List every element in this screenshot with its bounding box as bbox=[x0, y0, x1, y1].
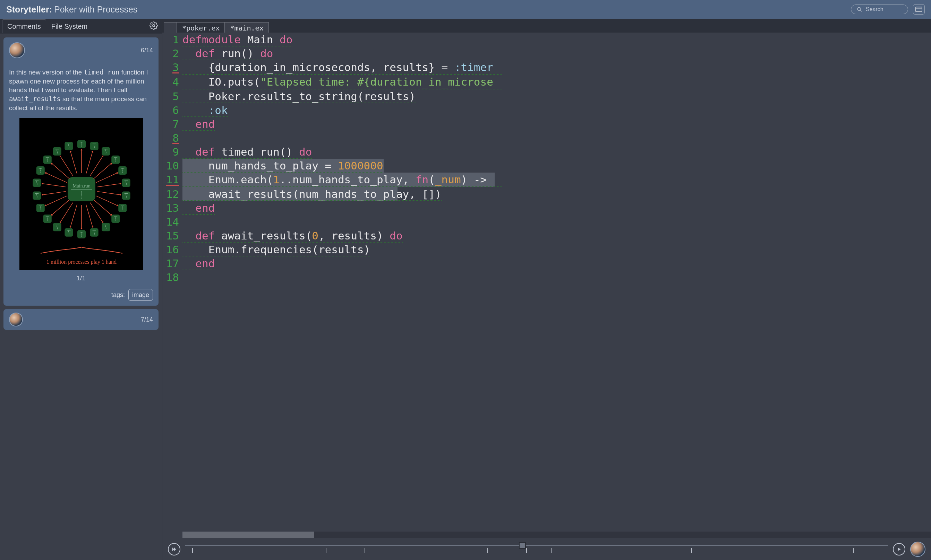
line-number: 6 bbox=[162, 103, 182, 117]
comment-body: In this new version of the timed_run fun… bbox=[9, 68, 153, 112]
code-line: 9 def timed_run() do bbox=[162, 145, 931, 159]
line-number: 7 bbox=[162, 117, 182, 131]
skip-forward-button[interactable] bbox=[168, 543, 181, 555]
timeline-handle[interactable] bbox=[519, 542, 526, 549]
svg-line-28 bbox=[96, 196, 117, 205]
svg-line-22 bbox=[97, 184, 120, 187]
timeline-slider[interactable] bbox=[185, 542, 888, 556]
app-header: Storyteller: Poker with Processes Search bbox=[0, 0, 931, 19]
line-number: 9 bbox=[162, 145, 182, 159]
svg-line-55 bbox=[43, 192, 66, 195]
code-line: 2 def run() do bbox=[162, 46, 931, 60]
line-number: 11 bbox=[162, 172, 182, 187]
line-number: 16 bbox=[162, 243, 182, 257]
svg-line-61 bbox=[46, 173, 67, 183]
playback-bar bbox=[162, 538, 931, 560]
svg-line-43 bbox=[70, 205, 77, 226]
line-number: 1 bbox=[162, 32, 182, 46]
panel-icon bbox=[916, 6, 922, 12]
svg-marker-74 bbox=[174, 547, 176, 551]
comment-counter: 7/14 bbox=[141, 316, 153, 323]
code-line: 18 bbox=[162, 270, 931, 284]
comments-panel: Comments File System 6/14 In this new ve… bbox=[0, 19, 162, 560]
horizontal-scrollbar[interactable] bbox=[182, 532, 931, 538]
svg-line-1 bbox=[860, 10, 862, 11]
diagram-center-label: Main.run bbox=[73, 183, 91, 189]
search-input[interactable]: Search bbox=[851, 5, 908, 14]
svg-marker-23 bbox=[120, 183, 121, 185]
svg-line-19 bbox=[96, 173, 117, 183]
diagram-caption: 1 million processes play 1 hand bbox=[46, 259, 116, 265]
gear-icon bbox=[150, 22, 158, 30]
line-number: 13 bbox=[162, 201, 182, 215]
editor-panel: *poker.ex *main.ex 1defmodule Main do2 d… bbox=[162, 19, 931, 560]
line-number: 3 bbox=[162, 60, 182, 75]
code-line: 8 bbox=[162, 131, 931, 145]
line-number: 12 bbox=[162, 187, 182, 201]
code-line: 7 end bbox=[162, 117, 931, 131]
svg-marker-73 bbox=[172, 547, 174, 551]
line-number: 8 bbox=[162, 131, 182, 145]
code-line: 6 :ok bbox=[162, 103, 931, 117]
tag-chip[interactable]: image bbox=[128, 289, 153, 301]
svg-point-0 bbox=[857, 7, 861, 11]
code-line: 11 Enum.each(1..num_hands_to_play, fn(_n… bbox=[162, 172, 931, 187]
file-tab-main[interactable]: *main.ex bbox=[225, 22, 269, 32]
author-avatar bbox=[9, 312, 23, 326]
image-counter: 1/1 bbox=[76, 274, 85, 283]
code-line: 16 Enum.frequencies(results) bbox=[162, 243, 931, 257]
svg-marker-26 bbox=[120, 194, 121, 196]
code-line: 15 def await_results(0, results) do bbox=[162, 229, 931, 243]
code-editor[interactable]: 1defmodule Main do2 def run() do3 {durat… bbox=[162, 32, 931, 538]
code-line: 12 await_results(num_hands_to_play, []) bbox=[162, 187, 931, 201]
code-line: 5 Poker.results_to_string(results) bbox=[162, 89, 931, 103]
line-number: 2 bbox=[162, 46, 182, 60]
scrollbar-thumb[interactable] bbox=[182, 532, 314, 538]
code-line: 14 bbox=[162, 215, 931, 229]
panel-toggle-button[interactable] bbox=[913, 4, 925, 15]
file-tab-poker[interactable]: *poker.ex bbox=[177, 22, 225, 32]
timeline-tick bbox=[192, 548, 193, 553]
timeline-tick bbox=[691, 548, 692, 553]
line-number: 14 bbox=[162, 215, 182, 229]
search-placeholder: Search bbox=[866, 6, 883, 12]
line-number: 10 bbox=[162, 159, 182, 172]
play-button[interactable] bbox=[893, 543, 905, 555]
line-number: 18 bbox=[162, 270, 182, 284]
svg-rect-5 bbox=[68, 177, 96, 202]
author-avatar bbox=[910, 542, 925, 557]
code-line: 10 num_hands_to_play = 1000000 bbox=[162, 159, 931, 172]
svg-line-37 bbox=[86, 205, 92, 226]
svg-line-58 bbox=[43, 184, 66, 187]
svg-line-10 bbox=[86, 152, 92, 174]
line-number: 15 bbox=[162, 229, 182, 243]
code-line: 3 {duration_in_microseconds, results} = … bbox=[162, 60, 931, 75]
comments-scroll[interactable]: 6/14 In this new version of the timed_ru… bbox=[0, 34, 162, 560]
code-line: 17 end bbox=[162, 257, 931, 270]
svg-line-70 bbox=[70, 152, 77, 174]
project-title: Poker with Processes bbox=[54, 5, 137, 15]
timeline-tick bbox=[326, 548, 326, 553]
next-comment-card[interactable]: 7/14 bbox=[3, 309, 159, 330]
svg-line-52 bbox=[46, 196, 67, 205]
line-number: 5 bbox=[162, 89, 182, 103]
settings-button[interactable] bbox=[150, 22, 158, 31]
tab-comments[interactable]: Comments bbox=[2, 19, 46, 33]
timeline-tick bbox=[364, 548, 365, 553]
code-line: 4 IO.puts("Elapsed time: #{duration_in_m… bbox=[162, 75, 931, 89]
svg-marker-8 bbox=[80, 149, 83, 151]
code-line: 1defmodule Main do bbox=[162, 32, 931, 46]
tags-label: tags: bbox=[111, 291, 125, 299]
search-icon bbox=[857, 6, 862, 12]
line-number: 17 bbox=[162, 257, 182, 270]
timeline-tick bbox=[853, 548, 854, 553]
svg-rect-2 bbox=[916, 7, 922, 11]
svg-marker-59 bbox=[42, 183, 43, 185]
app-name: Storyteller: bbox=[6, 5, 52, 15]
svg-point-4 bbox=[153, 25, 155, 27]
comment-image[interactable]: Main.run 1 million processes play 1 hand bbox=[19, 118, 143, 270]
svg-line-25 bbox=[97, 192, 120, 195]
tab-filesystem[interactable]: File System bbox=[46, 19, 93, 33]
comment-counter: 6/14 bbox=[141, 46, 153, 54]
line-number: 4 bbox=[162, 75, 182, 89]
